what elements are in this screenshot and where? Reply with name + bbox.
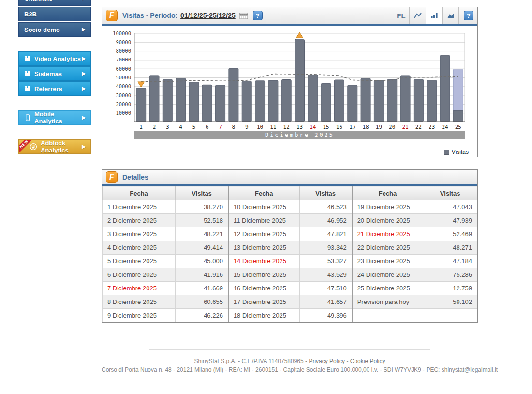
fecha-cell: 5 Diciembre 2025 (103, 255, 176, 268)
visitas-cell: 49.414 (176, 241, 228, 255)
sidebar-item-mobile-analytics[interactable]: Mobile Analytics▶ (18, 110, 91, 125)
bar-day-13[interactable] (295, 39, 305, 122)
chart-help-icon[interactable]: ? (464, 11, 473, 20)
shinystat-logo-icon: F (106, 10, 118, 21)
x-axis-label-day-17: 17 (349, 124, 355, 130)
bar-day-16[interactable] (334, 80, 344, 122)
visitas-cell: 47.510 (299, 282, 352, 295)
x-axis-label-day-2: 2 (153, 124, 156, 130)
sidebar-item-adblock-analytics[interactable]: NEWAdblock Analytics▶ (18, 139, 91, 154)
bar-day-23[interactable] (427, 80, 437, 122)
bar-day-24[interactable] (440, 55, 450, 122)
bar-day-20[interactable] (387, 79, 397, 122)
bar-day-5[interactable] (189, 82, 199, 122)
visitas-cell: 59.102 (423, 295, 477, 309)
bar-day-19[interactable] (374, 80, 384, 122)
sidebar-navigation: Channels▶B2BSocio demo▶Video Analytics▶S… (18, 0, 91, 154)
bar-day-21[interactable] (400, 76, 410, 122)
visits-chart-panel: F Visitas - Periodo: 01/12/25-25/12/25 ?… (102, 7, 478, 157)
bar-day-18[interactable] (361, 78, 370, 122)
bar-day-14[interactable] (308, 75, 318, 122)
y-axis-label: 80000 (116, 48, 131, 54)
bar-day-15[interactable] (321, 83, 331, 122)
fecha-cell: 2 Diciembre 2025 (103, 214, 176, 227)
bar-day-9[interactable] (242, 81, 251, 122)
fecha-cell: 9 Diciembre 2025 (103, 309, 176, 322)
details-panel: F Detalles FechaVisitasFechaVisitasFecha… (102, 169, 478, 323)
mobile-phone-icon (24, 114, 31, 121)
table-row: 5 Diciembre 202545.00014 Diciembre 20255… (103, 255, 477, 268)
y-axis-label: 90000 (116, 39, 131, 45)
fecha-cell: 4 Diciembre 2025 (103, 241, 176, 255)
x-axis-label-day-18: 18 (362, 124, 369, 130)
bar-day-17[interactable] (348, 85, 357, 122)
sidebar-item-socio-demo[interactable]: Socio demo▶ (18, 22, 91, 37)
fecha-cell: 10 Diciembre 2025 (228, 200, 299, 214)
period-link[interactable]: 01/12/25-25/12/25 (180, 12, 236, 19)
sidebar-group-sky: Mobile Analytics▶ (18, 110, 91, 125)
cookie-policy-link[interactable]: Cookie Policy (350, 358, 385, 364)
bar-chart-button[interactable] (426, 7, 442, 24)
sidebar-group-navy: Channels▶B2BSocio demo▶ (18, 0, 91, 37)
bar-day-25[interactable] (453, 111, 463, 122)
sidebar-item-referrers[interactable]: Referrers▶ (18, 81, 91, 96)
x-axis-label-day-6: 6 (206, 124, 209, 130)
calendar-icon[interactable] (239, 12, 248, 19)
table-row: 3 Diciembre 202548.22112 Diciembre 20254… (103, 227, 477, 241)
y-axis-label: 10000 (116, 110, 131, 116)
bar-day-8[interactable] (229, 68, 238, 122)
sidebar-item-channels[interactable]: Channels▶ (18, 0, 91, 6)
sidebar-item-b2b[interactable]: B2B (18, 7, 91, 21)
y-axis-label: 40000 (116, 83, 131, 89)
sidebar-item-label: Video Analytics (34, 55, 81, 62)
video-camera-icon (24, 85, 31, 92)
column-header-fecha-2: Fecha (228, 186, 299, 200)
column-header-visitas-3: Visitas (423, 186, 477, 200)
forecast-bar-day-25[interactable] (453, 70, 463, 111)
x-axis-label-day-21: 21 (402, 124, 408, 130)
bar-day-3[interactable] (163, 79, 172, 122)
visits-bar-chart: 1000020000300004000050000600007000080000… (103, 29, 475, 142)
fecha-cell: 8 Diciembre 2025 (103, 295, 176, 309)
mobile-phone-icon (24, 114, 31, 121)
adblock-hand-icon (30, 143, 37, 151)
fecha-cell: 18 Diciembre 2025 (228, 309, 299, 322)
bar-day-10[interactable] (255, 81, 265, 122)
sidebar-item-label: Channels (24, 0, 53, 2)
fecha-cell (352, 309, 423, 322)
visitas-cell: 52.469 (423, 227, 477, 241)
sidebar-item-label: Adblock Analytics (41, 139, 82, 154)
x-axis-label-day-11: 11 (270, 124, 276, 130)
visitas-cell: 60.655 (176, 295, 228, 309)
bar-day-2[interactable] (149, 76, 159, 122)
fecha-cell: 14 Diciembre 2025 (228, 255, 299, 268)
area-chart-button[interactable] (442, 7, 458, 24)
line-chart-button[interactable] (409, 7, 426, 24)
table-row: 9 Diciembre 202546.22618 Diciembre 20254… (103, 309, 477, 322)
footer-address: Corso di Porta Nuova n. 48 - 20121 Milan… (102, 366, 478, 373)
sidebar-item-label: B2B (24, 11, 37, 18)
sidebar-item-video-analytics[interactable]: Video Analytics▶ (18, 51, 91, 66)
bar-day-4[interactable] (176, 78, 186, 122)
x-axis-label-day-22: 22 (415, 124, 422, 130)
bar-day-1[interactable] (136, 88, 146, 122)
bar-day-12[interactable] (281, 79, 291, 122)
sidebar-item-sistemas[interactable]: Sistemas▶ (18, 66, 91, 81)
period-help-icon[interactable]: ? (253, 11, 263, 20)
privacy-policy-link[interactable]: Privacy Policy (309, 358, 345, 364)
visitas-cell (423, 309, 477, 322)
visitas-cell: 47.043 (423, 200, 477, 214)
flash-version-button[interactable]: FL (393, 7, 409, 24)
column-header-visitas-1: Visitas (176, 186, 228, 200)
bar-day-11[interactable] (268, 80, 278, 122)
x-axis-label-day-4: 4 (179, 124, 182, 130)
bar-day-6[interactable] (202, 85, 212, 122)
x-axis-label-day-14: 14 (310, 124, 316, 130)
footer-divider (149, 349, 430, 350)
bar-day-22[interactable] (414, 79, 423, 122)
x-axis-label-day-19: 19 (376, 124, 382, 130)
video-camera-icon (24, 70, 31, 77)
bar-day-7[interactable] (216, 85, 225, 122)
visitas-cell: 47.939 (423, 214, 477, 227)
fecha-cell: 1 Diciembre 2025 (103, 200, 176, 214)
